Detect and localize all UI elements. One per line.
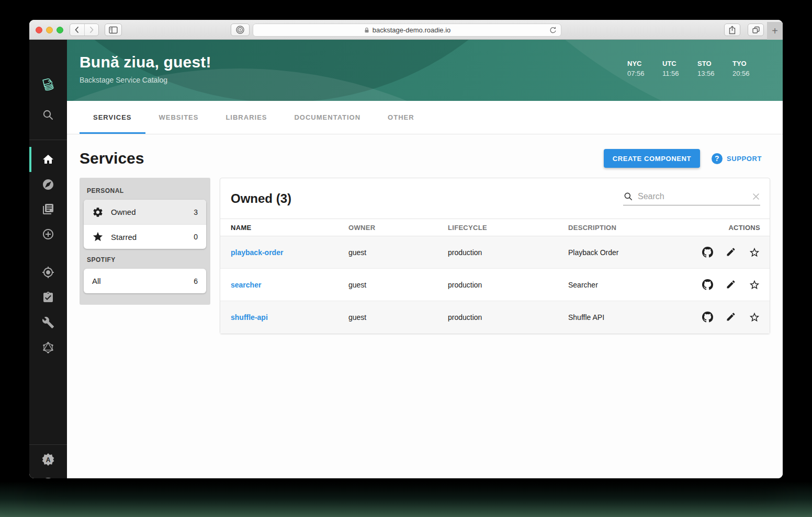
github-link-button[interactable] <box>702 247 713 258</box>
tab-services[interactable]: SERVICES <box>80 101 145 134</box>
sidebar-item-tech-radar[interactable] <box>29 260 67 285</box>
star-toggle-button[interactable] <box>749 312 760 323</box>
tab-websites[interactable]: WEBSITES <box>145 101 212 134</box>
filter-group-heading: PERSONAL <box>87 187 203 194</box>
sidebar-item-user[interactable]: G <box>29 473 67 478</box>
github-link-button[interactable] <box>702 279 713 291</box>
clear-search-button[interactable] <box>752 192 760 201</box>
filter-panel: PERSONAL Owned 3 Starred 0 SPO <box>80 178 210 305</box>
sidebar-item-explore[interactable] <box>29 172 67 197</box>
entity-link[interactable]: playback-order <box>231 248 283 257</box>
sidebar-item-logo[interactable] <box>29 71 67 96</box>
filter-group-heading: SPOTIFY <box>87 256 203 263</box>
address-bar[interactable]: backstage-demo.roadie.io <box>253 24 561 37</box>
sidebar-item-docs[interactable] <box>29 197 67 222</box>
filter-item-all[interactable]: All 6 <box>84 269 206 293</box>
filter-item-owned[interactable]: Owned 3 <box>84 200 206 224</box>
clock-time: 07:56 <box>627 70 646 77</box>
zoom-window-button[interactable] <box>57 27 63 33</box>
sidebar-item-tools[interactable] <box>29 310 67 335</box>
table-row: searcher guest production Searcher <box>220 269 770 301</box>
create-component-button[interactable]: CREATE COMPONENT <box>604 149 700 168</box>
history-nav-group <box>70 24 99 36</box>
star-toggle-button[interactable] <box>749 247 760 258</box>
sidebar-item-graphiql[interactable] <box>29 335 67 360</box>
share-button[interactable] <box>724 24 740 36</box>
table-row: shuffle-api guest production Shuffle API <box>220 301 770 334</box>
page-title: Services <box>80 150 604 167</box>
close-window-button[interactable] <box>36 27 42 33</box>
page-hero: Bună ziua, guest! Backstage Service Cata… <box>67 40 783 101</box>
new-tab-button[interactable]: + <box>767 22 783 40</box>
home-icon <box>42 153 54 166</box>
table-header-row: NAME OWNER LIFECYCLE DESCRIPTION ACTIONS <box>220 219 770 236</box>
filter-item-starred[interactable]: Starred 0 <box>84 224 206 249</box>
column-owner: OWNER <box>348 224 448 232</box>
column-description: DESCRIPTION <box>568 224 682 232</box>
filter-label: All <box>92 277 101 285</box>
sidebar-item-tech-insights[interactable] <box>29 285 67 310</box>
share-icon <box>728 26 736 35</box>
browser-window: backstage-demo.roadie.io + <box>29 20 783 478</box>
lifecycle-cell: production <box>448 313 568 321</box>
filter-count: 3 <box>194 208 198 216</box>
entity-link[interactable]: searcher <box>231 281 261 289</box>
filter-card-spotify: All 6 <box>84 269 206 293</box>
greeting-subtitle: Backstage Service Catalog <box>80 76 211 84</box>
clock-time: 20:56 <box>732 70 751 77</box>
minimize-window-button[interactable] <box>46 27 53 33</box>
sidebar-toggle-button[interactable] <box>105 24 122 36</box>
clock-label: UTC <box>662 60 681 67</box>
sidebar-item-search[interactable] <box>29 102 67 128</box>
search-icon <box>623 191 634 202</box>
edit-button[interactable] <box>726 247 736 258</box>
sidebar-item-create[interactable] <box>29 222 67 247</box>
lifecycle-cell: production <box>448 281 568 289</box>
page-header-row: Services CREATE COMPONENT ? SUPPORT <box>67 147 783 170</box>
clock-label: TYO <box>732 60 751 67</box>
gps-fixed-icon <box>42 266 54 279</box>
card-header: Owned (3) <box>220 178 770 219</box>
plus-icon: + <box>772 26 778 36</box>
filter-label: Starred <box>111 233 137 242</box>
github-link-button[interactable] <box>702 312 713 323</box>
world-clocks: NYC 07:56 UTC 11:56 STO 13:56 TYO 20:56 <box>627 60 751 77</box>
support-button[interactable]: ? SUPPORT <box>712 153 762 164</box>
search-input[interactable] <box>638 192 748 201</box>
url-text: backstage-demo.roadie.io <box>373 26 451 34</box>
lifecycle-cell: production <box>448 248 568 257</box>
user-avatar: G <box>40 477 56 478</box>
owned-services-card: Owned (3) NAME OWNER LIFECYCLE DESCRIPTI… <box>220 178 770 334</box>
star-toggle-button[interactable] <box>749 279 760 291</box>
entity-link[interactable]: shuffle-api <box>231 313 268 321</box>
clock-label: NYC <box>627 60 646 67</box>
owner-cell: guest <box>348 248 448 257</box>
catalog-tabs: SERVICES WEBSITES LIBRARIES DOCUMENTATIO… <box>67 101 783 134</box>
filter-card-personal: Owned 3 Starred 0 <box>84 200 206 249</box>
chevron-left-icon <box>73 26 81 34</box>
onepassword-icon <box>235 25 245 35</box>
tab-overview-button[interactable] <box>748 24 764 36</box>
tab-libraries[interactable]: LIBRARIES <box>212 101 280 134</box>
edit-button[interactable] <box>726 312 736 323</box>
sidebar-item-home[interactable] <box>29 147 67 172</box>
owner-cell: guest <box>348 313 448 321</box>
table-row: playback-order guest production Playback… <box>220 236 770 269</box>
forward-button[interactable] <box>84 24 99 36</box>
graphql-icon <box>42 341 54 354</box>
sidebar-item-administration[interactable]: A <box>29 447 67 472</box>
back-button[interactable] <box>70 24 84 36</box>
wrench-icon <box>42 316 54 329</box>
main-content: Bună ziua, guest! Backstage Service Cata… <box>67 40 783 478</box>
tab-other[interactable]: OTHER <box>374 101 428 134</box>
password-extension-button[interactable] <box>231 24 250 36</box>
greeting-title: Bună ziua, guest! <box>80 53 211 71</box>
reload-button[interactable] <box>548 26 558 35</box>
backstage-logo-icon <box>38 74 58 94</box>
tab-documentation[interactable]: DOCUMENTATION <box>280 101 374 134</box>
table-body: playback-order guest production Playback… <box>220 236 770 334</box>
add-circle-icon <box>42 228 54 240</box>
table-search <box>623 191 760 205</box>
edit-button[interactable] <box>726 279 736 291</box>
owner-cell: guest <box>348 281 448 289</box>
